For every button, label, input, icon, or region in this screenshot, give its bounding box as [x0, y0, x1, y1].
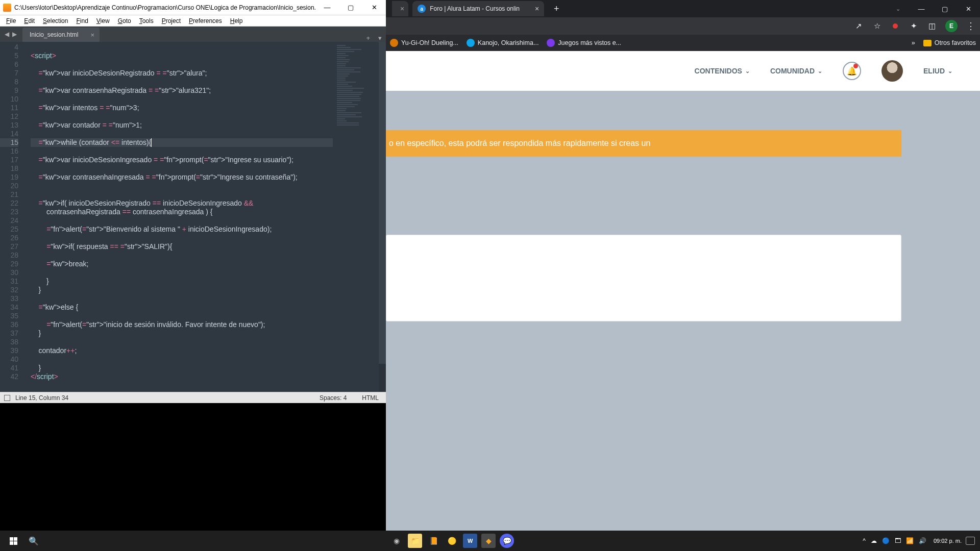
tab-close-icon[interactable]: ×	[400, 5, 404, 13]
bookmarks-bar: Yu-Gi-Oh! Dueling...Kanojo, Okarishima..…	[386, 35, 980, 51]
sublime-tabbar: ◀▶ Inicio_sesion.html × + ▾	[0, 27, 386, 42]
action-center-icon[interactable]	[966, 537, 975, 545]
extension-icon[interactable]	[890, 21, 900, 31]
new-tab-button[interactable]: +	[549, 4, 564, 14]
menu-find[interactable]: Find	[72, 16, 92, 26]
window-title: C:\Users\lotor\Desktop\Aprendizaje Conti…	[14, 4, 315, 11]
menu-file[interactable]: File	[2, 16, 20, 26]
tray-icon[interactable]: 🔊	[919, 537, 926, 544]
chrome-tab-partial[interactable]: ×	[392, 1, 408, 16]
editor-tab[interactable]: Inicio_sesion.html ×	[22, 28, 100, 42]
chrome-menu-button[interactable]: ⋮	[966, 21, 976, 31]
minimap[interactable]	[333, 42, 379, 392]
file-explorer-icon[interactable]: 📁	[408, 534, 422, 548]
chrome-tab-active[interactable]: a Foro | Alura Latam - Cursos onlin ×	[412, 1, 544, 16]
bookmarks-overflow[interactable]: »	[912, 39, 915, 46]
tab-dropdown-button[interactable]: ▾	[374, 34, 386, 42]
tab-search-button[interactable]: ⌄	[886, 0, 910, 17]
user-menu[interactable]: ELIUD⌄	[923, 67, 952, 75]
notifications-bell-icon[interactable]: 🔔	[843, 62, 861, 80]
profile-avatar[interactable]: E	[945, 20, 958, 32]
bookmark-star-icon[interactable]: ☆	[872, 21, 882, 31]
right-region: × a Foro | Alura Latam - Cursos onlin × …	[386, 0, 980, 551]
close-button[interactable]: ✕	[957, 0, 980, 17]
minimize-button[interactable]: —	[315, 0, 339, 15]
site-header: CONTENIDOS⌄ COMUNIDAD⌄ 🔔 ELIUD⌄	[386, 51, 980, 91]
nav-comunidad[interactable]: COMUNIDAD⌄	[770, 67, 822, 75]
app-icon[interactable]: 📙	[426, 534, 440, 548]
sublime-icon[interactable]: ◆	[481, 534, 496, 548]
chrome-icon[interactable]: 🟡	[445, 534, 459, 548]
taskbar-clock[interactable]: 09:02 p. m.	[934, 538, 962, 544]
folder-icon	[923, 40, 932, 46]
tab-history-nav[interactable]: ◀▶	[0, 27, 21, 42]
scrollbar[interactable]	[379, 42, 386, 392]
user-avatar[interactable]	[881, 60, 903, 82]
chrome-toolbar: ↗ ☆ ✦ ◫ E ⋮	[386, 17, 980, 35]
code-area[interactable]: <script> ="kw">var inicioDeSesionRegistr…	[22, 42, 333, 392]
menu-help[interactable]: Help	[226, 16, 247, 26]
bookmark-favicon	[390, 39, 398, 47]
line-number-gutter[interactable]: 4567891011121314151617181920212223242526…	[0, 42, 22, 392]
tray-icon[interactable]: ^	[863, 537, 866, 544]
sublime-titlebar[interactable]: C:\Users\lotor\Desktop\Aprendizaje Conti…	[0, 0, 386, 15]
indent-setting[interactable]: Spaces: 4	[320, 394, 347, 402]
tab-favicon: a	[418, 5, 426, 13]
sublime-menubar[interactable]: FileEditSelectionFindViewGotoToolsProjec…	[0, 15, 386, 27]
sublime-statusbar: Line 15, Column 34 Spaces: 4 HTML	[0, 392, 386, 403]
bookmark-favicon	[547, 39, 555, 47]
menu-edit[interactable]: Edit	[20, 16, 39, 26]
minimize-button[interactable]: —	[910, 0, 933, 17]
extensions-puzzle-icon[interactable]: ✦	[909, 21, 919, 31]
bookmark-favicon	[467, 39, 475, 47]
statusbar-toggle[interactable]	[4, 395, 10, 401]
tab-close-icon[interactable]: ×	[90, 31, 94, 39]
tray-icon[interactable]: 📶	[906, 537, 914, 544]
obs-icon[interactable]: ◉	[389, 534, 404, 548]
bookmark-item[interactable]: Kanojo, Okarishima...	[467, 39, 539, 47]
menu-selection[interactable]: Selection	[39, 16, 72, 26]
share-icon[interactable]: ↗	[853, 21, 864, 31]
bookmarks-folder[interactable]: Otros favoritos	[923, 39, 976, 46]
word-icon[interactable]: W	[463, 534, 477, 548]
new-tab-button[interactable]: +	[362, 34, 374, 42]
menu-project[interactable]: Project	[158, 16, 185, 26]
start-button[interactable]	[3, 531, 23, 551]
tray-icon[interactable]: 🗔	[895, 537, 901, 544]
page-content: CONTENIDOS⌄ COMUNIDAD⌄ 🔔 ELIUD⌄ o en esp…	[386, 51, 980, 551]
chrome-tab-title: Foro | Alura Latam - Cursos onlin	[430, 5, 520, 12]
tab-close-icon[interactable]: ×	[535, 5, 539, 13]
tray-icon[interactable]: ☁	[871, 537, 877, 544]
sublime-logo-icon	[3, 4, 11, 12]
tray-icon[interactable]: 🔵	[882, 537, 890, 544]
cursor-position: Line 15, Column 34	[15, 394, 68, 402]
chrome-window: × a Foro | Alura Latam - Cursos onlin × …	[386, 0, 980, 551]
menu-preferences[interactable]: Preferences	[185, 16, 226, 26]
maximize-button[interactable]: ▢	[933, 0, 957, 17]
sublime-window: C:\Users\lotor\Desktop\Aprendizaje Conti…	[0, 0, 386, 403]
content-panel	[386, 235, 901, 321]
info-banner: o en específico, esta podrá ser respondi…	[386, 130, 901, 157]
syntax-setting[interactable]: HTML	[362, 394, 379, 402]
system-tray[interactable]: ^☁🔵🗔📶🔊	[860, 537, 929, 544]
chrome-tab-strip: × a Foro | Alura Latam - Cursos onlin × …	[386, 0, 980, 17]
menu-tools[interactable]: Tools	[135, 16, 158, 26]
bookmark-item[interactable]: Juegos más vistos e...	[547, 39, 621, 47]
nav-contenidos[interactable]: CONTENIDOS⌄	[695, 67, 750, 75]
side-panel-icon[interactable]: ◫	[927, 21, 937, 31]
editor-tab-label: Inicio_sesion.html	[30, 31, 78, 38]
windows-taskbar: 🔍 ◉ 📁 📙 🟡 W ◆ 💬 ^☁🔵🗔📶🔊 09:02 p. m.	[0, 531, 980, 551]
close-button[interactable]: ✕	[362, 0, 386, 15]
bookmark-item[interactable]: Yu-Gi-Oh! Dueling...	[390, 39, 458, 47]
maximize-button[interactable]: ▢	[339, 0, 362, 15]
search-button[interactable]: 🔍	[23, 531, 44, 551]
discord-icon[interactable]: 💬	[500, 534, 514, 548]
menu-view[interactable]: View	[92, 16, 114, 26]
editor-area: 4567891011121314151617181920212223242526…	[0, 42, 386, 392]
menu-goto[interactable]: Goto	[114, 16, 135, 26]
